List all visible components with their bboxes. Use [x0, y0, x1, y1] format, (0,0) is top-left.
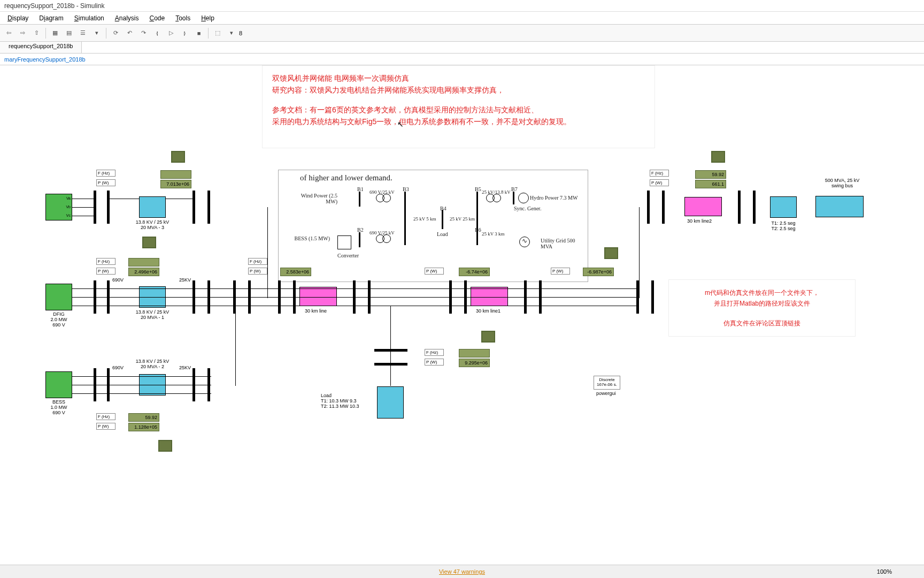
- meas-f[interactable]: F (Hz): [96, 170, 116, 177]
- display[interactable]: 9.295e+06: [459, 359, 490, 367]
- step-back-icon[interactable]: ⦉: [151, 27, 164, 40]
- meas-f[interactable]: F (Hz): [425, 349, 444, 356]
- meas-f[interactable]: F (Hz): [96, 258, 116, 265]
- swing-bus[interactable]: [815, 196, 864, 217]
- record-dd-icon[interactable]: ▾: [225, 27, 238, 40]
- pi-line-3[interactable]: [684, 197, 722, 216]
- load-block[interactable]: [377, 386, 404, 419]
- warnings-link[interactable]: View 47 warnings: [439, 568, 485, 575]
- meas-p[interactable]: P (W): [96, 179, 116, 186]
- bus-block[interactable]: [207, 191, 210, 224]
- display[interactable]: -6.987e+06: [583, 268, 614, 276]
- explorer-icon[interactable]: ☰: [76, 27, 89, 40]
- transformer-t12[interactable]: [770, 196, 797, 218]
- dropdown-icon[interactable]: ▾: [90, 27, 103, 40]
- transformer-1[interactable]: [139, 196, 166, 218]
- meas-f[interactable]: F (Hz): [650, 170, 669, 177]
- library-icon[interactable]: ▦: [49, 27, 61, 40]
- model-config-icon[interactable]: ▤: [63, 27, 75, 40]
- powergui-label: powergui: [596, 391, 616, 396]
- note-line: 双馈风机并网储能 电网频率一次调频仿真: [272, 72, 645, 84]
- display[interactable]: 59.92: [695, 170, 726, 179]
- meas-f[interactable]: F (Hz): [96, 413, 116, 420]
- meas-p[interactable]: P (W): [96, 423, 116, 430]
- nav-back-icon[interactable]: ⇦: [2, 27, 15, 40]
- bus-block[interactable]: [753, 191, 756, 224]
- display[interactable]: 2.583e+06: [280, 268, 311, 276]
- meas-p[interactable]: P (W): [96, 268, 116, 275]
- menu-help[interactable]: Help: [196, 13, 220, 23]
- scope[interactable]: [604, 247, 618, 259]
- t12-label: T1: 2.5 seg T2: 2.5 seg: [766, 220, 801, 231]
- scope[interactable]: [171, 151, 185, 163]
- display[interactable]: -6.74e+06: [459, 268, 490, 276]
- nav-fwd-icon[interactable]: ⇨: [16, 27, 29, 40]
- display[interactable]: 1.128e+05: [128, 423, 159, 431]
- menu-display[interactable]: Display: [2, 13, 34, 23]
- window-title: requencySupport_2018b - Simulink: [0, 0, 924, 12]
- scope[interactable]: [142, 237, 156, 248]
- record-icon[interactable]: ⬚: [211, 27, 224, 40]
- cursor-icon: ↖: [397, 120, 404, 128]
- dfig-block[interactable]: [45, 284, 72, 310]
- pi-line-2[interactable]: [471, 287, 508, 306]
- meas-p[interactable]: P (W): [425, 268, 444, 275]
- menu-code[interactable]: Code: [144, 13, 170, 23]
- bus-block[interactable]: [107, 191, 110, 224]
- display[interactable]: 59.92: [128, 413, 159, 422]
- meas-p[interactable]: P (W): [248, 268, 267, 275]
- figure-annotation[interactable]: of higher and lower demand. Wind Power (…: [278, 170, 588, 282]
- scope[interactable]: [481, 331, 495, 343]
- meas-p[interactable]: P (W): [650, 179, 669, 186]
- meas-p[interactable]: P (W): [425, 359, 444, 366]
- model-canvas[interactable]: 双馈风机并网储能 电网频率一次调频仿真 研究内容：双馈风力发电机结合并网储能系统…: [0, 65, 924, 578]
- refresh-icon[interactable]: ⟳: [109, 27, 122, 40]
- scope[interactable]: [711, 151, 725, 163]
- menu-tools[interactable]: Tools: [170, 13, 196, 23]
- menu-diagram[interactable]: Diagram: [34, 13, 68, 23]
- bus-block[interactable]: [94, 191, 96, 224]
- step-fwd-icon[interactable]: ⦊: [179, 27, 191, 40]
- stop-icon[interactable]: ■: [192, 27, 205, 40]
- display[interactable]: 2.496e+06: [128, 268, 159, 276]
- powergui-block[interactable]: Discrete 167e-06 s.: [594, 376, 620, 390]
- line3-label: 30 km line2: [687, 218, 712, 224]
- display[interactable]: [160, 170, 191, 179]
- line1-label: 30 km line: [305, 308, 327, 314]
- annotation-top[interactable]: 双馈风机并网储能 电网频率一次调频仿真 研究内容：双馈风力发电机结合并网储能系统…: [262, 65, 655, 148]
- display[interactable]: 661.1: [695, 180, 726, 188]
- fig-hydro: Hydro Power 7.3 MW: [530, 195, 578, 201]
- fig-grid: Utility Grid 500 MVA: [541, 238, 582, 249]
- pi-line-1[interactable]: [299, 287, 337, 306]
- fig-sync: Sync. Gener.: [514, 206, 541, 211]
- breadcrumb[interactable]: maryFrequencySupport_2018b: [0, 54, 924, 65]
- tab-bar: requencySupport_2018b: [0, 42, 924, 54]
- scope[interactable]: [158, 440, 172, 452]
- run-icon[interactable]: ▷: [165, 27, 178, 40]
- menu-analysis[interactable]: Analysis: [110, 13, 144, 23]
- bus-block[interactable]: [192, 191, 195, 224]
- display[interactable]: [128, 258, 159, 267]
- bus-block[interactable]: [651, 280, 654, 314]
- bus-block[interactable]: [374, 363, 407, 366]
- display[interactable]: 7.013e+06: [160, 180, 191, 188]
- bus-block[interactable]: [374, 349, 407, 352]
- model-tab[interactable]: requencySupport_2018b: [0, 42, 82, 53]
- bess-block[interactable]: [45, 371, 72, 398]
- step-size-field[interactable]: 8: [239, 30, 255, 36]
- nav-up-icon[interactable]: ⇧: [30, 27, 43, 40]
- zoom-level[interactable]: 100%: [877, 568, 892, 575]
- undo-icon[interactable]: ↶: [123, 27, 136, 40]
- kv25-label: 25KV: [179, 277, 191, 283]
- bus-block[interactable]: [647, 191, 650, 224]
- bus-block[interactable]: [738, 191, 741, 224]
- redo-icon[interactable]: ↷: [137, 27, 150, 40]
- meas-f[interactable]: F (Hz): [248, 258, 267, 265]
- three-phase-source-1[interactable]: Va Vb Vc: [45, 194, 72, 220]
- display[interactable]: [459, 349, 490, 358]
- annotation-right[interactable]: m代码和仿真文件放在同一个文件夹下， 并且打开Matlab的路径对应该文件 仿真…: [668, 279, 856, 337]
- meas-p[interactable]: P (W): [551, 268, 570, 275]
- bess-label: BESS 1.0 MW 690 V: [40, 399, 78, 415]
- menu-simulation[interactable]: Simulation: [69, 13, 110, 23]
- bus-block[interactable]: [662, 191, 665, 224]
